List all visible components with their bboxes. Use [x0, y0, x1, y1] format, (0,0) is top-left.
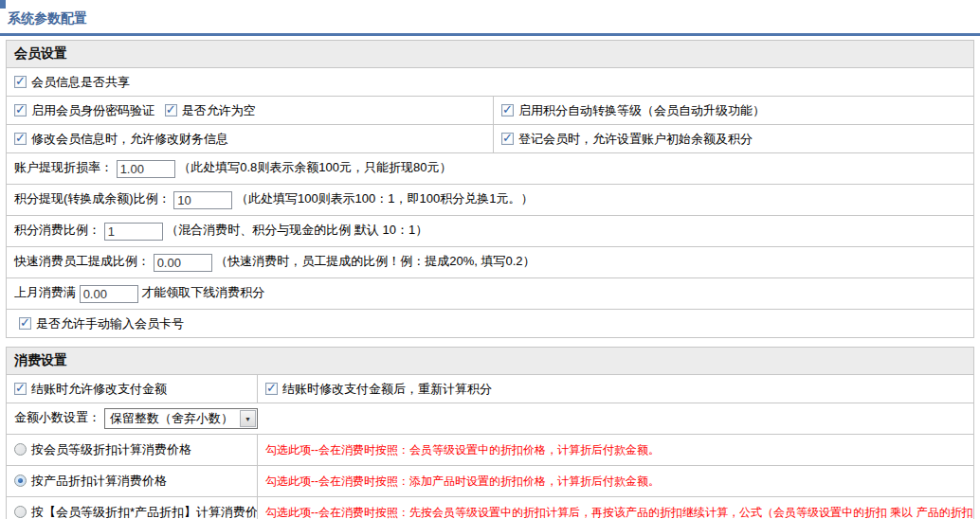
modify-payment-label: 结账时允许修改支付金额 [31, 382, 167, 396]
allow-empty-checkbox[interactable] [165, 104, 177, 116]
recalc-points-label: 结账时修改支付金额后，重新计算积分 [282, 382, 492, 396]
last-month-suffix-label: 才能领取下线消费积分 [141, 285, 264, 299]
withdraw-rate-input[interactable] [117, 160, 175, 178]
points-withdraw-label: 积分提现(转换成余额)比例： [14, 191, 171, 206]
price-by-member-level-hint: 勾选此项--会在消费时按照：会员等级设置中的折扣价格，计算折后付款金额。 [265, 443, 660, 456]
manual-card-checkbox[interactable] [19, 317, 31, 330]
price-by-combined-discount-radio[interactable] [14, 506, 27, 518]
share-member-info-label: 会员信息是否共享 [31, 75, 130, 89]
member-section-header: 会员设置 [7, 41, 974, 68]
decimal-setting-select[interactable]: 保留整数（舍弃小数）▼ [104, 408, 258, 429]
password-verify-checkbox[interactable] [14, 104, 27, 116]
quick-commission-label: 快速消费员工提成比例： [14, 254, 150, 268]
price-by-combined-discount-label: 按【会员等级折扣*产品折扣】计算消费价格 [31, 505, 258, 519]
init-balance-checkbox[interactable] [501, 133, 514, 145]
consume-settings-table: 消费设置 结账时允许修改支付金额 结账时修改支付金额后，重新计算积分 金额小数设… [6, 347, 974, 519]
share-member-info-checkbox[interactable] [14, 76, 27, 88]
points-consume-label: 积分消费比例： [14, 223, 100, 237]
auto-level-checkbox[interactable] [501, 104, 514, 116]
last-month-input[interactable] [80, 285, 138, 303]
last-month-prefix-label: 上月消费满 [14, 285, 76, 299]
price-by-member-level-label: 按会员等级折扣计算消费价格 [31, 442, 191, 456]
allow-empty-label: 是否允许为空 [182, 103, 256, 117]
auto-level-label: 启用积分自动转换等级（会员自动升级功能） [518, 103, 765, 117]
edit-finance-checkbox[interactable] [14, 133, 27, 145]
points-consume-hint: （混合消费时、积分与现金的比例 默认 10：1） [166, 223, 427, 237]
quick-commission-hint: （快速消费时，员工提成的比例！例：提成20%, 填写0.2） [215, 254, 535, 268]
password-verify-label: 启用会员身份密码验证 [31, 103, 154, 117]
modify-payment-checkbox[interactable] [14, 383, 27, 395]
edit-finance-label: 修改会员信息时，允许修改财务信息 [31, 132, 228, 146]
member-settings-table: 会员设置 会员信息是否共享 启用会员身份密码验证 是否允许为空 启用积分自动转换… [6, 40, 974, 338]
price-by-product-discount-radio[interactable] [14, 474, 27, 487]
price-by-member-level-radio[interactable] [14, 443, 27, 456]
withdraw-rate-label: 账户提现折损率： [14, 160, 113, 174]
recalc-points-checkbox[interactable] [265, 383, 278, 395]
consume-section-header: 消费设置 [7, 348, 974, 375]
title-divider [0, 33, 980, 36]
points-consume-input[interactable] [104, 223, 163, 241]
points-withdraw-hint: （此处填写100则表示100：1，即100积分兑换1元。） [236, 191, 534, 206]
withdraw-rate-hint: （此处填写0.8则表示余额100元，只能折现80元） [178, 160, 451, 174]
price-by-product-discount-label: 按产品折扣计算消费价格 [31, 474, 167, 488]
manual-card-label: 是否允许手动输入会员卡号 [36, 316, 184, 331]
init-balance-label: 登记会员时，允许设置账户初始余额及积分 [518, 132, 753, 146]
price-by-combined-discount-hint: 勾选此项--会在消费时按照：先按会员等级设置中的折扣计算后，再按该产品的折扣继续… [265, 506, 974, 519]
page-title: 系统参数配置 [8, 10, 972, 27]
decimal-setting-label: 金额小数设置： [14, 410, 100, 424]
points-withdraw-input[interactable] [173, 191, 232, 209]
corner-accent [0, 0, 6, 9]
price-by-product-discount-hint: 勾选此项--会在消费时按照：添加产品时设置的折扣价格，计算折后付款金额。 [265, 474, 660, 488]
chevron-down-icon: ▼ [240, 410, 256, 427]
quick-commission-input[interactable] [154, 254, 212, 272]
decimal-setting-value: 保留整数（舍弃小数） [105, 410, 239, 427]
